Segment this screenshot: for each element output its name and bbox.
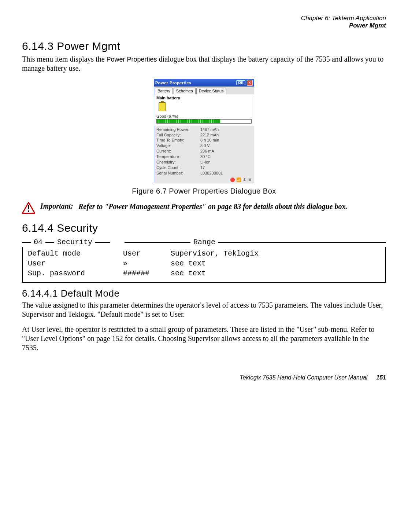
stat-value: L030200001	[200, 170, 223, 176]
tab-device-status[interactable]: Device Status	[196, 88, 226, 94]
stat-row: Current:236 mA	[156, 148, 252, 154]
param-value: User	[123, 249, 171, 258]
system-tray: 🔴 📶 🖧 🖥	[154, 177, 254, 183]
stat-key: Current:	[156, 148, 200, 154]
heading-6-14-4: 6.14.4 Security	[22, 222, 386, 234]
stat-row: Remaining Power:1487 mAh	[156, 127, 252, 132]
param-value: »	[123, 258, 171, 268]
menu-title: Security	[54, 237, 95, 247]
dialog-titlebar: Power Properties OK ×	[154, 79, 254, 87]
stat-value: Li-Ion	[200, 159, 211, 165]
important-text: Refer to "Power Management Properties" o…	[78, 202, 347, 211]
param-name: Sup. password	[28, 268, 123, 278]
security-menu-rows: Default modeUserSupervisor, TeklogixUser…	[22, 247, 386, 283]
param-range: see text	[171, 258, 380, 268]
stat-key: Full Capacity:	[156, 132, 200, 138]
battery-stats: Remaining Power:1487 mAhFull Capacity:22…	[154, 126, 254, 177]
battery-icon	[159, 102, 166, 111]
param-range: see text	[171, 268, 380, 278]
menu-row: User»see text	[28, 258, 380, 268]
stat-value: 2212 mAh	[200, 132, 219, 138]
rule-segment	[125, 242, 190, 243]
header-chapter: Chapter 6: Tekterm Application	[22, 15, 386, 22]
footer-page-number: 151	[376, 374, 386, 381]
stat-row: Serial Number:L030200001	[156, 170, 252, 176]
stat-row: Time To Empty:8 h 10 min	[156, 137, 252, 143]
charge-status-text: Good (67%)	[156, 114, 252, 118]
important-label: Important:	[40, 202, 73, 210]
default-mode-p1: The value assigned to this parameter det…	[22, 301, 386, 319]
stat-value: 30 °C	[200, 154, 211, 159]
stat-value: 8 h 10 min	[200, 137, 219, 143]
dialog-body: Main battery Good (67%)	[154, 94, 254, 126]
stat-row: Temperature:30 °C	[156, 154, 252, 159]
dialog-title: Power Properties	[155, 81, 235, 85]
svg-rect-1	[28, 205, 29, 209]
svg-rect-2	[28, 210, 29, 212]
figure-6-7-caption: Figure 6.7 Power Properties Dialogue Box	[22, 187, 386, 195]
intro-paragraph: This menu item displays the Power Proper…	[22, 55, 386, 73]
rule-segment	[45, 242, 54, 243]
rule-segment	[22, 242, 31, 243]
tab-battery[interactable]: Battery	[155, 88, 173, 94]
stat-value: 17	[200, 165, 205, 170]
param-value: ######	[123, 268, 171, 278]
charge-bar-fill	[157, 120, 220, 123]
security-menu-diagram: 04 Security Range Default modeUserSuperv…	[22, 237, 386, 283]
power-properties-term: Power Properties	[107, 56, 157, 63]
close-button[interactable]: ×	[247, 80, 253, 86]
param-name: Default mode	[28, 249, 123, 258]
param-range: Supervisor, Teklogix	[171, 249, 380, 258]
security-menu-header: 04 Security Range	[22, 237, 386, 247]
heading-6-14-4-1: 6.14.4.1 Default Mode	[22, 288, 386, 299]
stat-key: Remaining Power:	[156, 127, 200, 132]
stat-value: 1487 mAh	[200, 127, 219, 132]
range-label: Range	[190, 237, 218, 247]
stat-row: Full Capacity:2212 mAh	[156, 132, 252, 138]
dialog-tabs: Battery Schemes Device Status	[154, 87, 254, 94]
charge-bar	[156, 119, 252, 124]
intro-text-a: This menu item displays the	[22, 55, 107, 63]
param-name: User	[28, 258, 123, 268]
header-section: Power Mgmt	[22, 22, 386, 29]
tab-schemes[interactable]: Schemes	[174, 88, 196, 94]
heading-6-14-3: 6.14.3 Power Mgmt	[22, 40, 386, 52]
page-footer: Teklogix 7535 Hand-Held Computer User Ma…	[22, 374, 386, 381]
stat-key: Chemistry:	[156, 159, 200, 165]
menu-page-number: 04	[31, 237, 45, 247]
stat-value: 8.0 V	[200, 143, 210, 148]
stat-key: Time To Empty:	[156, 137, 200, 143]
warning-icon	[22, 202, 35, 214]
power-properties-dialog: Power Properties OK × Battery Schemes De…	[154, 79, 254, 184]
important-note: Important: Refer to "Power Management Pr…	[22, 202, 386, 214]
rule-segment	[95, 242, 110, 243]
stat-key: Temperature:	[156, 154, 200, 159]
ok-button[interactable]: OK	[236, 80, 245, 85]
stat-value: 236 mA	[200, 148, 214, 154]
stat-row: Chemistry:Li-Ion	[156, 159, 252, 165]
default-mode-p2: At User level, the operator is restricte…	[22, 325, 386, 352]
stat-key: Cycle Count:	[156, 165, 200, 170]
rule-segment	[218, 242, 386, 243]
stat-key: Voltage:	[156, 143, 200, 148]
stat-row: Cycle Count:17	[156, 165, 252, 170]
menu-row: Default modeUserSupervisor, Teklogix	[28, 249, 380, 258]
stat-row: Voltage:8.0 V	[156, 143, 252, 148]
menu-row: Sup. password######see text	[28, 268, 380, 278]
stat-key: Serial Number:	[156, 170, 200, 176]
footer-manual-title: Teklogix 7535 Hand-Held Computer User Ma…	[240, 374, 367, 381]
main-battery-label: Main battery	[156, 96, 252, 100]
running-header: Chapter 6: Tekterm Application Power Mgm…	[22, 15, 386, 30]
